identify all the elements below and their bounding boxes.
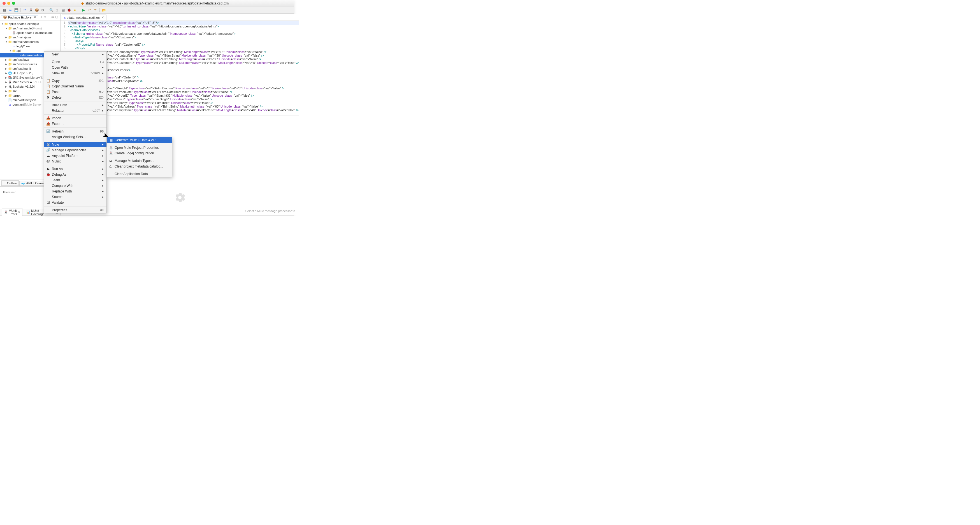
munit-coverage-icon: 📊 [26,210,30,214]
submenu-item[interactable]: 🗂Manage Metadata Types... [107,158,172,164]
footer-message: Select a Mule message processor to [241,207,299,215]
window-title: studio-demo-workspace - apikit-odata4-ex… [86,2,229,5]
tree-item[interactable]: ▼📁src/main/mule (Flows) [0,26,60,30]
menu-item[interactable]: Show In⌥⌘W▶ [44,70,107,76]
menu-item[interactable]: 🐰Mule▶ [44,142,107,147]
menu-item[interactable]: ☁Anypoint Platform▶ [44,153,107,159]
link-icon[interactable]: ⇔ [43,15,47,19]
menu-item[interactable]: 📥Import... [44,115,107,121]
package-icon[interactable]: 📦 [34,8,39,13]
forward-icon[interactable]: ↷ [93,8,98,13]
tree-item[interactable]: ▶📁src/main/java [0,35,60,40]
menu-item[interactable]: 🔄RefreshF5 [44,129,107,134]
back-icon[interactable]: ↶ [87,8,92,13]
file-icon: ◆ [81,2,84,5]
tree-item[interactable]: ▼📁apikit-odata4-example [0,22,60,26]
menu-item[interactable]: 📋Copy Qualified Name [44,83,107,89]
grid-icon[interactable]: ▤ [60,8,65,13]
menu-item[interactable]: ✖Delete⌦ [44,95,107,100]
tab-package-explorer[interactable]: 📦 Package Explorer ✕ [2,15,38,19]
main-toolbar: ▦ ∞ 💾 ⟳ 🐰 📦 ⚙ 🔍 ⊞ ▤ 🐞 ★ ▶ ↶ ↷ 📂 [0,6,294,14]
refresh-icon[interactable]: ⟳ [22,8,27,13]
min-icon[interactable]: ▭ [51,15,55,19]
max-icon[interactable]: ▢ [55,15,59,19]
zoom-window-button[interactable] [12,2,15,5]
submenu-item[interactable]: ▦Generate Mule OData 4 API [107,137,172,143]
close-icon[interactable]: ✕ [18,210,21,214]
package-explorer-tabs: 📦 Package Explorer ✕ ⊟ ⇔ ⋮ ▭ ▢ [0,14,60,21]
munit-errors-icon: 🐰 [4,210,8,214]
menu-item[interactable]: Assign Working Sets... [44,134,107,140]
minimize-window-button[interactable] [7,2,10,5]
submenu-item[interactable]: 🐰Open Mule Project Properties [107,145,172,150]
menu-icon[interactable]: ⋮ [47,15,51,19]
submenu-item[interactable]: Clear Application Data [107,171,172,177]
menu-item[interactable]: Build Path▶ [44,102,107,108]
tab-outline[interactable]: ☰Outline [2,180,19,186]
close-tab-icon[interactable]: ✕ [33,16,36,19]
menu-item[interactable]: Refactor⌥⌘T▶ [44,108,107,113]
run-icon[interactable]: ▶ [81,8,86,13]
bug-icon[interactable]: 🐞 [67,8,72,13]
menu-item[interactable]: Replace With▶ [44,189,107,194]
menu-item[interactable]: 🔗Manage Dependencies▶ [44,147,107,153]
menu-item[interactable]: Team▶ [44,177,107,183]
filter-icon[interactable]: ⊞ [55,8,60,13]
outline-icon: ☰ [3,181,6,185]
rabbit-icon[interactable]: 🐰 [28,8,33,13]
tree-item[interactable]: 🐰apikit-odata4-example.xml [0,30,60,35]
light-icon[interactable]: ★ [72,8,77,13]
menu-item[interactable]: ☑Validate [44,200,107,205]
menu-item[interactable]: Compare With▶ [44,183,107,189]
submenu-item[interactable]: 🐰Create Log4j configuration [107,150,172,156]
menu-item[interactable]: New▶ [44,51,107,57]
package-explorer-icon: 📦 [3,16,7,19]
tab-munit-coverage[interactable]: 📊 MUnit Coverage [25,208,46,216]
menu-item[interactable]: 📤Export... [44,121,107,127]
menu-item[interactable]: 📋Paste⌘V [44,89,107,95]
menu-item[interactable]: ⓂMUnit▶ [44,159,107,164]
save-icon[interactable]: 💾 [14,8,19,13]
menu-item[interactable]: Properties⌘I [44,207,107,213]
collapse-icon[interactable]: ⊟ [40,15,43,19]
menu-item[interactable]: ▶Run As▶ [44,166,107,172]
new-icon[interactable]: ▦ [2,8,7,13]
open-icon[interactable]: 📂 [102,8,107,13]
package-explorer-label: Package Explorer [8,16,32,19]
link-icon[interactable]: ∞ [8,8,13,13]
gear-icon [173,191,186,204]
editor-tab[interactable]: x odata-metadata.csdl.xml ✕ [62,14,107,20]
tool-icon[interactable]: ⚙ [40,8,45,13]
close-tab-icon[interactable]: ✕ [102,16,104,19]
mule-submenu[interactable]: ▦Generate Mule OData 4 API🐰Open Mule Pro… [107,137,172,177]
titlebar: ◆ studio-demo-workspace - apikit-odata4-… [0,0,294,6]
tab-munit-errors[interactable]: 🐰 MUnit Errors ✕ [2,208,22,216]
tree-item[interactable]: xlog4j2.xml [0,44,60,48]
menu-item[interactable]: Source▶ [44,194,107,200]
xml-icon: x [64,16,66,19]
tree-item[interactable]: ▼📁src/main/resources [0,40,60,44]
search-icon[interactable]: 🔍 [49,8,54,13]
submenu-item[interactable]: 🗂Clear project metadata catalog... [107,164,172,169]
menu-item[interactable]: Open With▶ [44,65,107,70]
editor-tab-label: odata-metadata.csdl.xml [67,16,100,19]
menu-item[interactable]: OpenF3 [44,59,107,65]
menu-item[interactable]: 🐞Debug As▶ [44,172,107,177]
context-menu[interactable]: New▶OpenF3Open With▶Show In⌥⌘W▶📋Copy⌘C📋C… [44,51,107,213]
menu-item[interactable]: 📋Copy⌘C [44,78,107,83]
apikit-icon: api [21,181,25,185]
close-window-button[interactable] [3,2,6,5]
